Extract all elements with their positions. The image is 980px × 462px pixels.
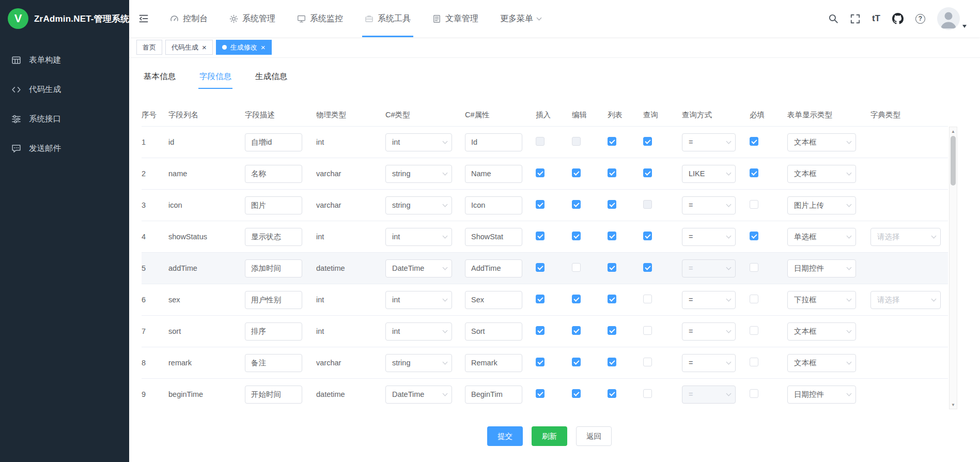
table-scrollbar[interactable]: ▲ ▼	[949, 127, 957, 409]
csharp-type-select[interactable]: int	[385, 322, 452, 341]
query-checkbox[interactable]	[643, 263, 652, 272]
sidebar-item-system-api[interactable]: 系统接口	[0, 104, 129, 134]
display-type-select[interactable]: 日期控件	[787, 259, 856, 278]
required-checkbox[interactable]	[750, 137, 758, 146]
required-checkbox[interactable]	[750, 168, 758, 177]
nav-item-system-tools[interactable]: 系统工具	[354, 0, 422, 37]
query-checkbox[interactable]	[643, 168, 652, 177]
column-desc-input[interactable]	[245, 322, 302, 341]
column-desc-input[interactable]	[245, 291, 302, 309]
display-type-select[interactable]: 文本框	[787, 322, 856, 341]
insert-checkbox[interactable]	[536, 389, 545, 398]
display-type-select[interactable]: 单选框	[787, 228, 856, 246]
nav-item-dashboard[interactable]: 控制台	[159, 0, 219, 37]
close-icon[interactable]: ×	[202, 43, 207, 51]
required-checkbox[interactable]	[750, 200, 758, 209]
list-checkbox[interactable]	[608, 263, 616, 272]
required-checkbox[interactable]	[750, 326, 758, 335]
column-desc-input[interactable]	[245, 228, 302, 246]
font-size-icon[interactable]: tT	[872, 13, 880, 24]
required-checkbox[interactable]	[750, 232, 758, 240]
display-type-select[interactable]: 文本框	[787, 354, 856, 372]
query-method-select[interactable]: =	[682, 322, 736, 341]
list-checkbox[interactable]	[608, 295, 616, 303]
user-menu[interactable]	[937, 7, 967, 30]
submit-button[interactable]: 提交	[487, 426, 523, 446]
dict-type-select[interactable]: 请选择	[870, 228, 941, 246]
help-icon[interactable]: ?	[915, 14, 925, 24]
tab-basic-info[interactable]: 基本信息	[144, 71, 176, 89]
query-checkbox[interactable]	[643, 137, 652, 146]
sidebar-item-code-gen[interactable]: 代码生成	[0, 75, 129, 104]
csharp-type-select[interactable]: string	[385, 196, 452, 214]
query-checkbox[interactable]	[643, 326, 652, 335]
insert-checkbox[interactable]	[536, 263, 545, 272]
query-checkbox[interactable]	[643, 389, 652, 398]
required-checkbox[interactable]	[750, 263, 758, 272]
edit-checkbox[interactable]	[572, 295, 581, 303]
list-checkbox[interactable]	[608, 326, 616, 335]
csharp-type-select[interactable]: string	[385, 354, 452, 372]
nav-tag-code-gen[interactable]: 代码生成×	[165, 40, 213, 55]
query-method-select[interactable]: =	[682, 291, 736, 309]
column-desc-input[interactable]	[245, 196, 302, 214]
query-method-select[interactable]: =	[682, 228, 736, 246]
insert-checkbox[interactable]	[536, 326, 545, 335]
edit-checkbox[interactable]	[572, 200, 581, 209]
nav-item-more-menu[interactable]: 更多菜单	[489, 0, 552, 37]
nav-item-system-manage[interactable]: 系统管理	[219, 0, 286, 37]
insert-checkbox[interactable]	[536, 168, 545, 177]
display-type-select[interactable]: 日期控件	[787, 386, 856, 404]
csharp-type-select[interactable]: DateTime	[385, 386, 452, 404]
app-logo[interactable]: V ZrAdmin.NET-管理系统	[0, 0, 129, 37]
list-checkbox[interactable]	[608, 232, 616, 240]
insert-checkbox[interactable]	[536, 200, 545, 209]
sidebar-item-send-mail[interactable]: 发送邮件	[0, 134, 129, 163]
column-desc-input[interactable]	[245, 133, 302, 151]
csharp-type-select[interactable]: DateTime	[385, 259, 452, 278]
scroll-up-arrow-icon[interactable]: ▲	[950, 127, 957, 135]
display-type-select[interactable]: 文本框	[787, 165, 856, 183]
display-type-select[interactable]: 图片上传	[787, 196, 856, 214]
csharp-type-select[interactable]: string	[385, 165, 452, 183]
expand-icon[interactable]	[850, 14, 860, 24]
nav-tag-home[interactable]: 首页	[136, 40, 162, 55]
csharp-prop-input[interactable]	[465, 196, 522, 214]
edit-checkbox[interactable]	[572, 389, 581, 398]
query-checkbox[interactable]	[643, 232, 652, 240]
column-desc-input[interactable]	[245, 165, 302, 183]
tab-gen-info[interactable]: 生成信息	[255, 71, 287, 89]
column-desc-input[interactable]	[245, 259, 302, 278]
close-icon[interactable]: ×	[261, 43, 266, 51]
csharp-prop-input[interactable]	[465, 291, 522, 309]
csharp-prop-input[interactable]	[465, 165, 522, 183]
github-icon[interactable]	[892, 13, 904, 24]
search-icon[interactable]	[828, 13, 838, 24]
column-desc-input[interactable]	[245, 386, 302, 404]
display-type-select[interactable]: 文本框	[787, 133, 856, 151]
scroll-down-arrow-icon[interactable]: ▼	[950, 401, 957, 409]
query-checkbox[interactable]	[643, 358, 652, 366]
list-checkbox[interactable]	[608, 358, 616, 366]
insert-checkbox[interactable]	[536, 295, 545, 303]
query-method-select[interactable]: =	[682, 354, 736, 372]
csharp-prop-input[interactable]	[465, 386, 522, 404]
query-method-select[interactable]: =	[682, 133, 736, 151]
edit-checkbox[interactable]	[572, 232, 581, 240]
dict-type-select[interactable]: 请选择	[870, 291, 941, 309]
required-checkbox[interactable]	[750, 295, 758, 303]
scroll-thumb[interactable]	[951, 136, 956, 186]
csharp-type-select[interactable]: int	[385, 228, 452, 246]
back-button[interactable]: 返回	[576, 426, 612, 446]
tab-field-info[interactable]: 字段信息	[199, 71, 231, 89]
csharp-prop-input[interactable]	[465, 228, 522, 246]
list-checkbox[interactable]	[608, 200, 616, 209]
required-checkbox[interactable]	[750, 358, 758, 366]
nav-tag-gen-edit[interactable]: 生成修改×	[216, 40, 272, 55]
edit-checkbox[interactable]	[572, 326, 581, 335]
csharp-prop-input[interactable]	[465, 322, 522, 341]
csharp-type-select[interactable]: int	[385, 133, 452, 151]
list-checkbox[interactable]	[608, 168, 616, 177]
edit-checkbox[interactable]	[572, 358, 581, 366]
required-checkbox[interactable]	[750, 389, 758, 398]
